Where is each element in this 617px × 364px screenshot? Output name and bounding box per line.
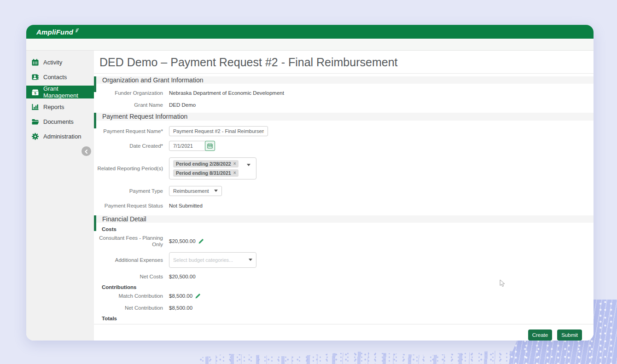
- section-header-payment-request: Payment Request Information: [94, 113, 594, 120]
- section-header-organization: Organization and Grant Information: [94, 76, 594, 84]
- edit-pencil-icon[interactable]: [198, 238, 204, 244]
- create-button[interactable]: Create: [528, 329, 553, 341]
- remove-tag-icon[interactable]: ×: [233, 161, 236, 166]
- net-contribution-value: $8,500.00: [169, 305, 192, 311]
- main-content: DED Demo – Payment Request #2 - Final Re…: [94, 51, 594, 341]
- payment-request-name-label: Payment Request Name*: [94, 128, 163, 134]
- calendar-icon: [207, 143, 213, 149]
- payment-request-name-input[interactable]: [169, 126, 268, 136]
- additional-expenses-placeholder: Select budget categories...: [173, 257, 233, 263]
- sidebar-item-label: Reports: [43, 104, 64, 110]
- grant-name-row: Grant Name DED Demo: [94, 102, 594, 108]
- gear-icon: [31, 133, 39, 141]
- consultant-fees-value: $20,500.00: [169, 238, 196, 244]
- consultant-fees-label: Consultant Fees - Planning Only: [94, 235, 163, 248]
- net-contribution-label: Net Contribution: [94, 305, 163, 311]
- date-created-label: Date Created*: [94, 143, 163, 149]
- funder-organization-row: Funder Organization Nebraska Department …: [94, 90, 594, 96]
- payment-request-name-row: Payment Request Name*: [94, 126, 594, 136]
- edit-pencil-icon[interactable]: [195, 293, 201, 299]
- chevron-left-icon: [84, 147, 88, 156]
- net-costs-value: $20,500.00: [169, 274, 196, 279]
- net-costs-label: Net Costs: [94, 273, 163, 280]
- contacts-icon: [31, 73, 39, 81]
- section-title: Organization and Grant Information: [102, 76, 203, 84]
- sidebar-item-activity[interactable]: Activity: [26, 56, 94, 69]
- sidebar-item-label: Documents: [43, 118, 74, 125]
- dropdown-caret-icon: [249, 259, 252, 261]
- match-contribution-value: $8,500.00: [169, 293, 192, 299]
- secondary-navbar: [26, 39, 594, 51]
- date-created-row: Date Created*: [94, 141, 594, 151]
- amplifund-logo: AmpliFund: [36, 28, 73, 36]
- match-contribution-label: Match Contribution: [94, 293, 163, 299]
- section-title: Financial Detail: [102, 215, 146, 223]
- sidebar-item-documents[interactable]: Documents: [26, 116, 94, 128]
- grant-name-value: DED Demo: [169, 102, 196, 108]
- totals-subheader: Totals: [102, 316, 594, 321]
- payment-type-label: Payment Type: [94, 188, 163, 194]
- grant-management-icon: $: [31, 88, 39, 96]
- payment-type-value: Reimbursement: [173, 188, 209, 194]
- costs-subheader: Costs: [102, 226, 594, 232]
- reporting-period-tag: Period ending 8/31/2021 ×: [173, 169, 239, 177]
- related-reporting-periods-row: Related Reporting Period(s) Period endin…: [94, 157, 594, 179]
- payment-request-status-row: Payment Request Status Not Submitted: [94, 202, 594, 209]
- sidebar-item-administration[interactable]: Administration: [26, 130, 94, 143]
- funder-organization-label: Funder Organization: [94, 90, 163, 96]
- net-contribution-row: Net Contribution $8,500.00: [94, 305, 594, 311]
- date-created-field: [169, 141, 215, 151]
- remove-tag-icon[interactable]: ×: [233, 170, 236, 175]
- match-contribution-row: Match Contribution $8,500.00: [94, 293, 594, 299]
- additional-expenses-label: Additional Expenses: [94, 257, 163, 263]
- page-title: DED Demo – Payment Request #2 - Final Re…: [94, 51, 594, 74]
- sidebar-item-label: Activity: [43, 59, 62, 66]
- date-picker-button[interactable]: [205, 141, 215, 151]
- folder-icon: [31, 118, 39, 126]
- funder-organization-value: Nebraska Department of Economic Developm…: [169, 90, 284, 96]
- submit-button[interactable]: Submit: [557, 329, 582, 341]
- payment-request-status-label: Payment Request Status: [94, 202, 163, 209]
- additional-expenses-select[interactable]: Select budget categories...: [169, 252, 256, 268]
- calendar-icon: [31, 58, 39, 67]
- payment-request-status-value: Not Submitted: [169, 203, 203, 208]
- net-costs-row: Net Costs $20,500.00: [94, 273, 594, 280]
- sidebar-item-grant-management[interactable]: $ Grant Management: [26, 86, 94, 98]
- contributions-subheader: Contributions: [102, 284, 594, 290]
- section-title: Payment Request Information: [102, 113, 187, 120]
- dropdown-caret-icon: [214, 190, 218, 192]
- reporting-period-tag: Period ending 2/28/2022 ×: [173, 160, 239, 168]
- payment-type-row: Payment Type Reimbursement: [94, 186, 594, 196]
- reporting-period-tag-label: Period ending 8/31/2021: [176, 170, 231, 176]
- section-header-financial-detail: Financial Detail: [94, 215, 594, 223]
- sidebar-item-label: Administration: [43, 133, 81, 140]
- app-window: AmpliFund Activity Contacts: [26, 25, 594, 341]
- top-navbar: AmpliFund: [26, 25, 594, 39]
- sidebar: Activity Contacts $ Grant Management Rep…: [26, 51, 94, 341]
- related-reporting-periods-multiselect[interactable]: Period ending 2/28/2022 × Period ending …: [169, 157, 256, 179]
- sidebar-collapse-button[interactable]: [81, 146, 91, 156]
- sidebar-item-label: Contacts: [43, 74, 67, 81]
- grant-name-label: Grant Name: [94, 102, 163, 108]
- footer-actions: Create Submit: [94, 324, 594, 341]
- additional-expenses-row: Additional Expenses Select budget catego…: [94, 252, 594, 268]
- sidebar-item-reports[interactable]: Reports: [26, 101, 94, 113]
- reporting-period-tag-label: Period ending 2/28/2022: [176, 161, 231, 167]
- payment-type-select[interactable]: Reimbursement: [169, 186, 222, 196]
- amplifund-logo-mark-icon: [74, 26, 79, 34]
- sidebar-item-contacts[interactable]: Contacts: [26, 71, 94, 83]
- dropdown-caret-icon: [247, 164, 250, 166]
- related-reporting-periods-label: Related Reporting Period(s): [94, 165, 163, 172]
- consultant-fees-row: Consultant Fees - Planning Only $20,500.…: [94, 235, 594, 248]
- sidebar-item-label: Grant Management: [43, 85, 94, 99]
- amplifund-logo-text: AmpliFund: [36, 28, 73, 36]
- bar-chart-icon: [31, 103, 39, 111]
